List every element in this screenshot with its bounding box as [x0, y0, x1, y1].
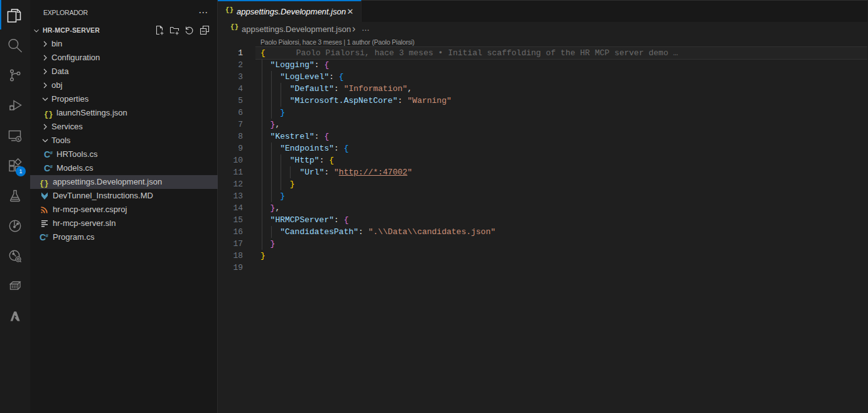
svg-text:#: # — [46, 233, 49, 239]
svg-text:#: # — [50, 164, 53, 169]
svg-text:#: # — [50, 150, 53, 156]
